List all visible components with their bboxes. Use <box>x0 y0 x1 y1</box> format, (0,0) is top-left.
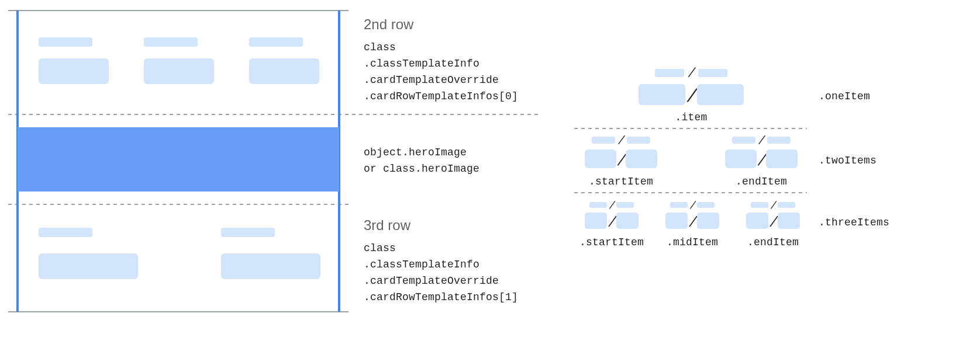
two-start-item: / / <box>585 133 657 168</box>
svg-rect-34 <box>670 202 688 208</box>
row3-class-line2: .classTemplateInfo <box>364 259 479 270</box>
hero-line1: object.heroImage <box>364 147 467 158</box>
svg-rect-13 <box>639 84 685 105</box>
row2-item-start <box>39 37 109 84</box>
svg-rect-25 <box>725 149 757 168</box>
hero-image <box>18 127 339 192</box>
one-item-row-label: .oneItem <box>819 91 870 102</box>
three-mid-label: .midItem <box>667 236 718 248</box>
svg-rect-12 <box>698 69 727 77</box>
two-start-label: .startItem <box>589 176 653 187</box>
svg-rect-4 <box>249 37 303 47</box>
svg-rect-15 <box>697 84 744 105</box>
svg-text:/: / <box>608 214 617 228</box>
svg-text:/: / <box>769 214 778 228</box>
svg-rect-10 <box>655 69 684 77</box>
svg-rect-30 <box>616 202 634 208</box>
row2-class-line4: .cardRowTemplateInfos[0] <box>364 91 518 102</box>
svg-text:/: / <box>618 133 626 145</box>
svg-text:/: / <box>688 65 696 79</box>
svg-text:/: / <box>609 199 616 210</box>
svg-text:/: / <box>689 199 696 210</box>
svg-rect-16 <box>592 137 615 144</box>
row3-item-end <box>221 228 320 279</box>
svg-rect-3 <box>144 58 214 84</box>
three-end-label: .endItem <box>747 236 799 248</box>
hero-line2: or class.heroImage <box>364 163 479 175</box>
row3-class-line3: .cardTemplateOverride <box>364 275 499 287</box>
svg-rect-1 <box>39 58 109 84</box>
svg-rect-40 <box>751 202 768 208</box>
svg-rect-18 <box>627 137 650 144</box>
row2-item-end <box>249 37 319 84</box>
row3-title: 3rd row <box>364 217 411 233</box>
row3-item-start <box>39 228 138 279</box>
svg-rect-42 <box>778 202 795 208</box>
two-end-label: .endItem <box>736 176 787 187</box>
svg-rect-45 <box>778 213 800 229</box>
svg-rect-7 <box>39 253 138 279</box>
svg-rect-0 <box>39 37 92 47</box>
svg-rect-36 <box>697 202 715 208</box>
three-end-item: / / <box>746 199 800 229</box>
three-items-row-label: .threeItems <box>819 217 889 228</box>
svg-rect-5 <box>249 58 319 84</box>
one-item-block: / / <box>639 65 744 105</box>
svg-rect-9 <box>221 253 320 279</box>
svg-rect-31 <box>585 213 607 229</box>
three-start-label: .startItem <box>579 236 644 248</box>
svg-text:/: / <box>758 133 766 145</box>
row3-class-line1: class <box>364 242 396 254</box>
svg-rect-2 <box>144 37 198 47</box>
two-items-row-label: .twoItems <box>819 155 877 166</box>
svg-rect-21 <box>626 149 657 168</box>
three-start-item: / / <box>585 199 639 229</box>
two-end-item: / / <box>725 133 798 168</box>
svg-rect-28 <box>589 202 607 208</box>
svg-rect-6 <box>39 228 92 237</box>
svg-text:/: / <box>688 214 698 228</box>
row2-class-line2: .classTemplateInfo <box>364 58 479 69</box>
svg-rect-24 <box>767 137 791 144</box>
svg-rect-37 <box>665 213 688 229</box>
row2-class-line3: .cardTemplateOverride <box>364 74 499 86</box>
one-item-label: .item <box>675 112 707 123</box>
row2-item-mid <box>144 37 214 84</box>
svg-rect-27 <box>766 149 798 168</box>
svg-rect-43 <box>746 213 768 229</box>
row3-class-line4: .cardRowTemplateInfos[1] <box>364 291 518 303</box>
three-mid-item: / / <box>665 199 719 229</box>
svg-rect-19 <box>585 149 616 168</box>
svg-rect-33 <box>616 213 639 229</box>
svg-text:/: / <box>770 199 777 210</box>
svg-rect-22 <box>732 137 755 144</box>
svg-text:/: / <box>686 85 698 105</box>
row2-title: 2nd row <box>364 16 414 32</box>
svg-rect-39 <box>697 213 719 229</box>
row2-class-line1: class <box>364 41 396 53</box>
svg-rect-8 <box>221 228 275 237</box>
